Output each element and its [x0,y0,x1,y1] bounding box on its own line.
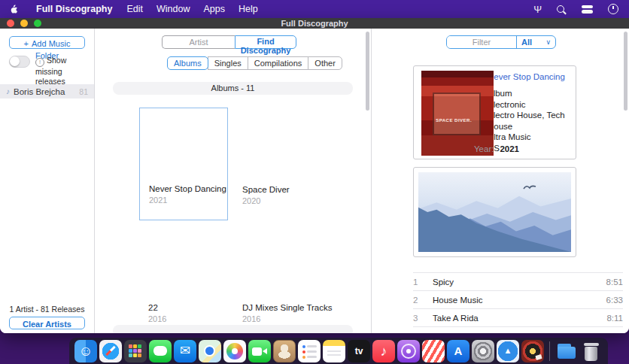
search-icon[interactable] [557,5,567,14]
dock-separator [549,341,550,361]
dock-icon-maps[interactable] [199,340,221,362]
album-title: 22 [148,303,223,312]
dock-icon-news[interactable] [422,340,445,362]
title-bar: Full Discography [0,18,629,29]
cover-caption: SPACE DIVER. [436,118,472,123]
album-styles: Electro House, Tech House [488,110,570,132]
dock-icon-mountain-app[interactable]: ▲ [497,340,519,362]
dock-icon-downloads-folder[interactable] [555,340,578,362]
dock-icon-photos[interactable] [223,340,246,362]
track-title: Spicy [433,278,606,287]
artist-photo[interactable] [418,172,571,252]
apple-logo-icon[interactable] [9,4,18,14]
track-title: Take A Break [433,332,606,334]
dock-icon-trash[interactable] [580,340,603,362]
window-content: +Add Music Folder !Show missing releases… [0,29,629,333]
menu-item-edit[interactable]: Edit [120,4,150,14]
menu-item-window[interactable]: Window [150,4,196,14]
clock-icon[interactable] [608,4,618,14]
track-row[interactable]: 3 Take A Rida 8:11 [413,308,623,326]
dock-icon-notes[interactable] [323,340,345,362]
album-detail-card: SPACE DIVER. Never Stop Dancing Album El… [413,65,576,159]
control-center-icon[interactable] [582,5,593,14]
year-value: 2021 [500,144,519,153]
album-year: 2016 [148,314,223,323]
filter-input[interactable] [447,36,516,48]
release-type-tabs: Albums Singles Compilations Other [167,56,342,70]
filter-value: All [521,38,532,47]
antenna-icon[interactable]: Ψ [533,5,542,14]
dock: ☺ ✉ tv ♪ A ▲ [69,338,608,364]
clear-artists-button[interactable]: Clear Artists [9,317,85,329]
dock-icon-podcasts[interactable] [397,340,420,362]
tab-other[interactable]: Other [308,56,342,70]
album-cover-image[interactable]: SPACE DIVER. [421,71,494,156]
dock-icon-launchpad[interactable] [124,340,147,362]
dock-icon-music[interactable]: ♪ [372,340,395,362]
album-year-row: Year:2021 [474,144,519,153]
dock-icon-facetime[interactable] [248,340,271,362]
tab-compilations[interactable]: Compilations [248,56,309,70]
show-missing-label: !Show missing releases [35,56,91,86]
album-card-dj-mixes[interactable]: DJ Mixes Single Tracks 2016 [233,226,322,333]
track-title: Take A Rida [433,314,606,323]
finder-glyph: ☺ [78,344,93,358]
artist-name: Boris Brejcha [14,87,75,96]
next-section-header [113,325,353,333]
find-discography-button[interactable]: Find Discography [235,35,296,49]
dock-icon-tv[interactable]: tv [348,340,370,362]
track-row[interactable]: 2 House Music 6:33 [413,290,623,308]
menu-item-help[interactable]: Help [232,4,265,14]
dock-icon-settings[interactable] [472,340,494,362]
album-genre: Electronic [488,99,570,111]
album-card-space-diver[interactable]: Space Diver 2020 [233,108,322,220]
year-label: Year: [474,144,494,153]
track-title: House Music [433,296,606,305]
dock-icon-mail[interactable]: ✉ [174,340,196,362]
track-list: 1 Spicy 8:51 2 House Music 6:33 3 Take A… [413,272,623,333]
menu-app-name[interactable]: Full Discography [29,4,120,14]
dock-icon-vinyl-app[interactable] [521,340,544,362]
detail-album-title[interactable]: Never Stop Dancing [488,72,570,81]
artist-photo-card [413,167,576,257]
album-card-22[interactable]: 22 2016 [139,226,228,333]
album-card-never-stop-dancing[interactable]: Never Stop Dancing 2021 [139,108,228,220]
mail-glyph: ✉ [180,344,190,357]
main-scrollbar[interactable] [366,32,369,111]
artist-summary: 1 Artist - 81 Releases [0,305,94,314]
window-title: Full Discography [0,18,629,29]
album-title: Space Diver [242,185,318,194]
track-time: 8:04 [606,332,623,334]
artist-search-group: Find Discography [162,35,296,49]
dock-icon-safari[interactable] [99,340,122,362]
dock-icon-contacts[interactable] [273,340,296,362]
track-row[interactable]: 1 Spicy 8:51 [413,272,623,290]
menu-bar: Full Discography Edit Window Apps Help Ψ [0,0,629,18]
track-time: 6:33 [606,296,623,305]
show-missing-toggle[interactable] [9,56,30,68]
dock-icon-finder[interactable]: ☺ [74,340,97,362]
detail-scrollbar[interactable] [624,32,627,111]
filter-select[interactable]: All ∨ [516,36,555,48]
track-time: 8:51 [606,278,623,287]
album-title: DJ Mixes Single Tracks [242,303,318,312]
track-row[interactable]: 4 Take A Break 8:04 [413,326,623,333]
dock-icon-reminders[interactable] [298,340,321,362]
warning-icon: ! [35,58,44,67]
toggle-knob [10,56,20,66]
music-note-icon: ♪ [6,87,10,96]
tab-albums[interactable]: Albums [167,56,208,70]
track-number: 3 [413,314,433,323]
album-year: 2021 [149,196,223,205]
artist-input[interactable] [162,35,235,49]
dock-icon-messages[interactable] [149,340,172,362]
app-store-glyph: A [454,345,463,356]
filter-group: All ∨ [446,35,556,49]
tab-singles[interactable]: Singles [208,56,248,70]
track-number: 1 [413,278,433,287]
dock-icon-app-store[interactable]: A [447,340,469,362]
track-number: 2 [413,296,433,305]
add-music-folder-button[interactable]: +Add Music Folder [9,36,85,49]
menu-item-apps[interactable]: Apps [196,4,232,14]
sidebar-item-artist[interactable]: ♪ Boris Brejcha 81 [0,84,94,99]
